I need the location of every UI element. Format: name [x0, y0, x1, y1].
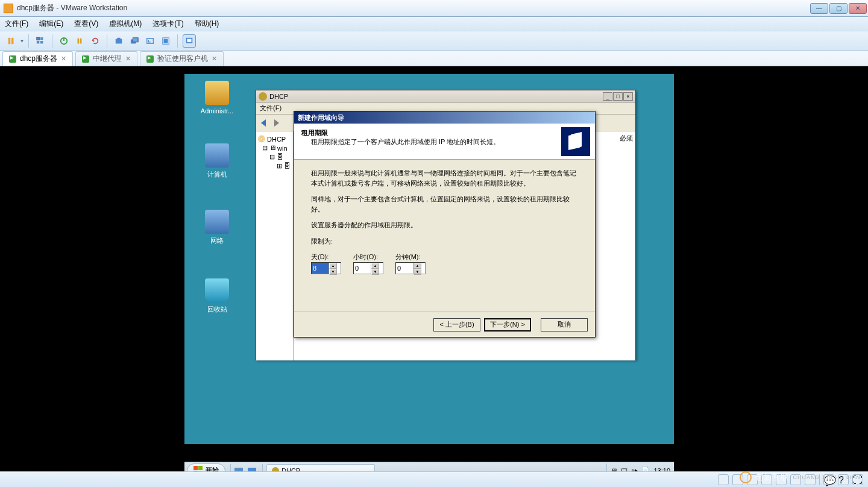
- icon-label: Administr...: [201, 107, 233, 115]
- svg-marker-21: [274, 119, 279, 127]
- recycle-bin-icon: [205, 278, 229, 303]
- fullscreen-icon[interactable]: [183, 34, 196, 48]
- menu-help[interactable]: 帮助(H): [195, 19, 219, 29]
- watermark-text: 创新互联: [755, 472, 789, 483]
- desktop-icon-network[interactable]: 网络: [199, 210, 235, 245]
- desktop-icon-computer[interactable]: 计算机: [199, 143, 235, 179]
- tab-dhcp-server[interactable]: dhcp服务器 ✕: [2, 51, 73, 66]
- vmware-menubar: 文件(F) 编辑(E) 查看(V) 虚拟机(M) 选项卡(T) 帮助(H): [0, 17, 868, 31]
- revert-icon[interactable]: [143, 34, 157, 48]
- minutes-spinner[interactable]: ▲▼: [395, 262, 426, 274]
- spin-up-icon[interactable]: ▲: [329, 263, 337, 269]
- snapshot-icon[interactable]: [112, 34, 125, 48]
- dropdown-icon[interactable]: ▾: [20, 37, 24, 44]
- svg-rect-17: [164, 39, 168, 43]
- tree-node-server[interactable]: ⊟ 🖥 win: [257, 144, 292, 152]
- minutes-label: 分钟(M):: [395, 252, 426, 262]
- svg-rect-23: [198, 466, 203, 470]
- desktop-icon-administrator[interactable]: Administr...: [199, 81, 235, 115]
- vmware-toolbar: ▾: [0, 31, 868, 51]
- svg-rect-12: [117, 37, 120, 39]
- close-tab-icon[interactable]: ✕: [61, 55, 66, 63]
- tab-label: dhcp服务器: [20, 54, 57, 64]
- spin-down-icon[interactable]: ▼: [329, 269, 337, 275]
- thumbnail-icon[interactable]: [34, 34, 47, 48]
- wizard-header-icon: [561, 127, 590, 156]
- tree-node-leaf[interactable]: ⊞ 🗄: [257, 162, 292, 170]
- back-icon[interactable]: [259, 117, 271, 129]
- hours-input[interactable]: [354, 263, 371, 274]
- lease-duration-row: 天(D): ▲▼ 小时(O): ▲▼ 分钟(M):: [311, 252, 578, 274]
- maximize-button[interactable]: ▢: [829, 3, 848, 14]
- close-tab-icon[interactable]: ✕: [212, 55, 217, 63]
- wizard-footer: < 上一步(B) 下一步(N) > 取消: [294, 312, 595, 337]
- spin-up-icon[interactable]: ▲: [371, 263, 379, 269]
- tree-node-sub[interactable]: ⊟ 🗄: [257, 153, 292, 161]
- computer-icon: [205, 143, 229, 168]
- tree-node-dhcp[interactable]: 📀 DHCP: [257, 135, 292, 143]
- menu-tabs[interactable]: 选项卡(T): [153, 19, 183, 29]
- tab-verify-client[interactable]: 验证使用客户机 ✕: [140, 51, 224, 66]
- library-icon[interactable]: [5, 34, 18, 48]
- svg-rect-15: [147, 38, 154, 43]
- svg-rect-9: [80, 38, 82, 43]
- close-tab-icon[interactable]: ✕: [125, 55, 131, 63]
- menu-file[interactable]: 文件(F): [5, 19, 28, 29]
- menu-vm[interactable]: 虚拟机(M): [109, 19, 142, 29]
- vmware-icon: [4, 4, 13, 13]
- wizard-paragraph: 设置服务器分配的作用域租用期限。: [311, 220, 578, 230]
- mmc-titlebar[interactable]: DHCP _ □ ×: [256, 90, 635, 102]
- status-icon[interactable]: [718, 474, 729, 485]
- vmware-statusbar: 💬 ? ⛶: [0, 471, 868, 487]
- forward-icon[interactable]: [271, 117, 283, 129]
- wizard-header: 租用期限 租用期限指定了一个客户端从此作用域使用 IP 地址的时间长短。: [294, 124, 595, 160]
- vm-running-icon: [82, 55, 89, 63]
- svg-rect-22: [193, 466, 198, 470]
- unity-icon[interactable]: [159, 34, 172, 48]
- menu-view[interactable]: 查看(V): [74, 19, 98, 29]
- days-input[interactable]: [312, 263, 329, 274]
- tab-relay-agent[interactable]: 中继代理 ✕: [75, 51, 137, 66]
- wizard-paragraph: 租用期限一般来说与此计算机通常与同一物理网络连接的时间相同。对于一个主要包含笔记…: [311, 168, 578, 188]
- spin-down-icon[interactable]: ▼: [414, 269, 421, 275]
- wizard-titlebar[interactable]: 新建作用域向导: [294, 112, 595, 124]
- icon-label: 网络: [210, 237, 224, 244]
- snapshot-manager-icon[interactable]: [128, 34, 141, 48]
- spin-up-icon[interactable]: ▲: [414, 263, 421, 269]
- reset-icon[interactable]: [89, 34, 102, 48]
- svg-rect-2: [37, 37, 39, 39]
- watermark: 创新互联 CHUANG XIN HU LIAN: [740, 471, 861, 483]
- svg-rect-19: [187, 39, 192, 42]
- wizard-header-subtitle: 租用期限指定了一个客户端从此作用域使用 IP 地址的时间长短。: [301, 137, 500, 146]
- svg-rect-5: [40, 41, 43, 43]
- days-label: 天(D):: [311, 252, 341, 262]
- desktop-icon-recycle-bin[interactable]: 回收站: [199, 278, 235, 314]
- maximize-button[interactable]: □: [613, 92, 623, 101]
- mmc-tree[interactable]: 📀 DHCP ⊟ 🖥 win ⊟ 🗄 ⊞ 🗄: [256, 131, 294, 360]
- menu-edit[interactable]: 编辑(E): [39, 19, 63, 29]
- minutes-input[interactable]: [396, 263, 413, 274]
- minimize-button[interactable]: —: [810, 3, 828, 14]
- minimize-button[interactable]: _: [603, 92, 612, 101]
- vmware-tabs: dhcp服务器 ✕ 中继代理 ✕ 验证使用客户机 ✕: [0, 51, 868, 66]
- dhcp-icon: [259, 92, 267, 101]
- menu-file[interactable]: 文件(F): [260, 104, 281, 113]
- wizard-header-title: 租用期限: [301, 129, 328, 136]
- spin-down-icon[interactable]: ▼: [371, 269, 379, 275]
- power-on-icon[interactable]: [57, 34, 71, 48]
- close-button[interactable]: ✕: [849, 3, 867, 14]
- days-spinner[interactable]: ▲▼: [311, 262, 341, 274]
- icon-label: 计算机: [207, 171, 227, 178]
- next-button[interactable]: 下一步(N) >: [484, 318, 531, 331]
- svg-rect-8: [78, 38, 80, 43]
- tab-label: 验证使用客户机: [157, 54, 208, 64]
- close-button[interactable]: ×: [623, 92, 633, 101]
- watermark-logo-icon: [740, 471, 752, 483]
- vmware-title: dhcp服务器 - VMware Workstation: [17, 3, 127, 13]
- limit-label: 限制为:: [311, 236, 578, 247]
- cancel-button[interactable]: 取消: [541, 318, 588, 331]
- hours-spinner[interactable]: ▲▼: [353, 262, 383, 274]
- suspend-icon[interactable]: [73, 34, 86, 48]
- folder-icon: [205, 81, 229, 105]
- back-button[interactable]: < 上一步(B): [433, 318, 480, 331]
